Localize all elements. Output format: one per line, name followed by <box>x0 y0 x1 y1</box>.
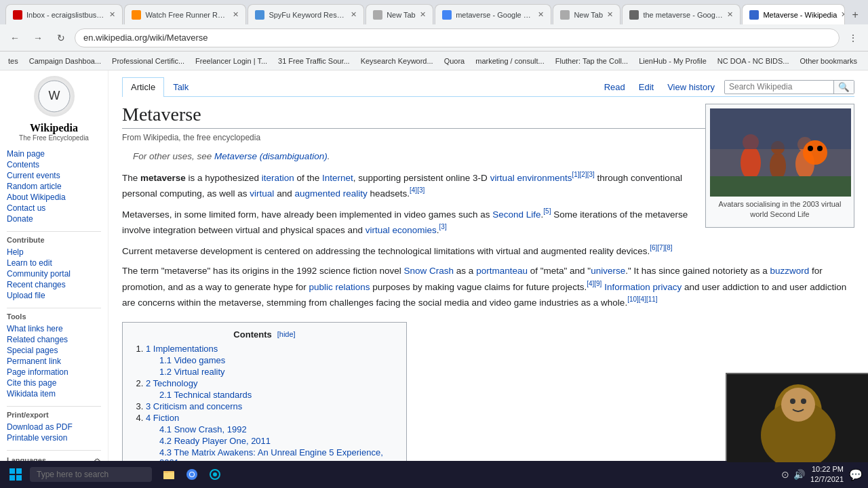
tab-close[interactable]: ✕ <box>420 10 426 19</box>
sidebar-item-permanent-link[interactable]: Permanent link <box>7 356 101 367</box>
tab-view-history[interactable]: View history <box>663 79 719 95</box>
toc-link-snow-crash[interactable]: 4.1 Snow Crash, 1992 <box>159 424 247 434</box>
bookmark-reading[interactable]: Reading list <box>865 56 868 66</box>
sidebar-item-printable-version[interactable]: Printable version <box>7 432 101 443</box>
sidebar-item-about-wikipedia[interactable]: About Wikipedia <box>7 192 101 203</box>
sidebar-item-recent-changes[interactable]: Recent changes <box>7 279 101 290</box>
ar-link[interactable]: augmented reality <box>294 188 367 198</box>
bookmark-professional[interactable]: Professional Certific... <box>109 56 187 66</box>
tab-google1[interactable]: metaverse - Google Sear... ✕ <box>435 4 551 24</box>
tab-spyfu[interactable]: SpyFu Keyword Research: ✕ <box>248 4 364 24</box>
second-life-link[interactable]: Second Life <box>492 209 540 219</box>
tab-talk[interactable]: Talk <box>164 77 197 96</box>
tab-inbox[interactable]: Inbox - ecraigslistbusines... ✕ <box>5 4 123 24</box>
bookmark-31traffic[interactable]: 31 Free Traffic Sour... <box>275 56 353 66</box>
tab-close[interactable]: ✕ <box>841 10 845 19</box>
sidebar-item-random-article[interactable]: Random article <box>7 181 101 192</box>
snow-crash-link[interactable]: Snow Crash <box>404 266 454 276</box>
tab-close[interactable]: ✕ <box>607 10 613 19</box>
internet-link[interactable]: Internet <box>322 172 353 182</box>
toc-link-technical-standards[interactable]: 2.1 Technical standards <box>159 390 252 400</box>
sidebar-item-learn-to-edit[interactable]: Learn to edit <box>7 258 101 268</box>
extensions-button[interactable]: ⋮ <box>844 28 863 47</box>
address-bar[interactable]: en.wikipedia.org/wiki/Metaverse <box>75 28 840 47</box>
sidebar-item-community-portal[interactable]: Community portal <box>7 268 101 279</box>
wiki-search-box: 🔍 <box>724 80 854 94</box>
sidebar-item-contents[interactable]: Contents <box>7 159 101 170</box>
tab-runner[interactable]: Watch Free Runner Runner... ✕ <box>124 4 246 24</box>
bookmark-ncdoa[interactable]: NC DOA - NC BIDS... <box>715 56 792 66</box>
svg-point-19 <box>790 399 795 404</box>
taskbar-chrome[interactable] <box>182 464 202 485</box>
tab-newtab1[interactable]: New Tab ✕ <box>366 4 433 24</box>
sidebar-tools-title: Tools <box>7 312 101 321</box>
public-relations-link[interactable]: public relations <box>309 281 370 291</box>
sidebar-item-what-links[interactable]: What links here <box>7 323 101 334</box>
sidebar-item-download-pdf[interactable]: Download as PDF <box>7 422 101 432</box>
portmanteau-link[interactable]: portmanteau <box>476 266 528 276</box>
toc-link-virtual-reality[interactable]: 1.2 Virtual reality <box>159 367 225 377</box>
toc-link-ready-player-one[interactable]: 4.2 Ready Player One, 2011 <box>159 436 271 446</box>
toc-link-criticism[interactable]: 3 Criticism and concerns <box>146 401 242 411</box>
back-button[interactable]: ← <box>5 28 24 47</box>
tab-close[interactable]: ✕ <box>351 10 357 19</box>
bookmark-fluther[interactable]: Fluther: Tap the Coll... <box>553 56 631 66</box>
tab-close[interactable]: ✕ <box>109 10 115 19</box>
sidebar-item-wikidata[interactable]: Wikidata item <box>7 388 101 399</box>
toc-link-video-games[interactable]: 1.1 Video games <box>159 355 225 365</box>
svg-point-20 <box>801 399 806 404</box>
hatnote-link[interactable]: Metaverse (disambiguation) <box>214 151 328 161</box>
buzzword-link[interactable]: buzzword <box>770 266 810 276</box>
bookmark-campaign[interactable]: Campaign Dashboa... <box>26 56 104 66</box>
universe-link[interactable]: universe <box>591 266 625 276</box>
toc-link-technology[interactable]: 2 Technology <box>146 378 197 388</box>
taskbar-cortana[interactable] <box>205 464 225 485</box>
toc-link-fiction[interactable]: 4 Fiction <box>146 413 179 423</box>
sidebar-item-page-information[interactable]: Page information <box>7 367 101 378</box>
sidebar-item-donate[interactable]: Donate <box>7 214 101 224</box>
virtual-economies-link[interactable]: virtual economies <box>366 224 437 235</box>
toc-item-3: 3 Criticism and concerns <box>146 401 397 411</box>
sidebar-item-cite-page[interactable]: Cite this page <box>7 378 101 388</box>
tab-article[interactable]: Article <box>122 77 164 97</box>
tab-wikipedia[interactable]: Metaverse - Wikipedia ✕ <box>742 4 845 24</box>
sidebar-item-contact-us[interactable]: Contact us <box>7 203 101 214</box>
new-tab-button[interactable]: + <box>848 5 863 24</box>
bookmark-tes[interactable]: tes <box>5 56 21 66</box>
sidebar-contribute: Contribute Help Learn to edit Community … <box>7 236 101 301</box>
tab-close[interactable]: ✕ <box>233 10 239 19</box>
windows-start-button[interactable] <box>5 464 26 485</box>
sidebar-item-main-page[interactable]: Main page <box>7 148 101 159</box>
tab-close[interactable]: ✕ <box>538 10 544 19</box>
virtual-link[interactable]: virtual <box>250 188 274 198</box>
forward-button[interactable]: → <box>28 28 47 47</box>
bookmark-keysearch[interactable]: Keysearch Keyword... <box>358 56 436 66</box>
tab-edit[interactable]: Edit <box>635 79 658 95</box>
info-privacy-link[interactable]: Information privacy <box>604 281 682 291</box>
wiki-search-input[interactable] <box>725 81 833 93</box>
virtual-env-link[interactable]: virtual environments <box>490 172 572 182</box>
toc-link-implementations[interactable]: 1 Implementations <box>146 344 218 354</box>
refresh-button[interactable]: ↻ <box>52 28 71 47</box>
bookmark-lienhub[interactable]: LienHub - My Profile <box>636 56 709 66</box>
notification-button[interactable]: 💬 <box>849 468 863 481</box>
taskbar-file-explorer[interactable] <box>159 464 179 485</box>
taskbar-search-input[interactable] <box>30 467 152 482</box>
bookmark-marketing[interactable]: marketing / consult... <box>473 56 547 66</box>
sidebar-item-special-pages[interactable]: Special pages <box>7 345 101 356</box>
tab-close[interactable]: ✕ <box>727 10 733 19</box>
iteration-link[interactable]: iteration <box>262 172 294 182</box>
sidebar-item-upload-file[interactable]: Upload file <box>7 290 101 301</box>
toc-hide-button[interactable]: [hide] <box>277 330 296 338</box>
sidebar-item-related-changes[interactable]: Related changes <box>7 334 101 345</box>
bookmark-quora[interactable]: Quora <box>441 56 468 66</box>
tab-read[interactable]: Read <box>600 79 629 95</box>
bookmark-other[interactable]: Other bookmarks <box>797 56 860 66</box>
wiki-tagline: The Free Encyclopedia <box>7 134 101 142</box>
tab-newtab2[interactable]: New Tab ✕ <box>553 4 620 24</box>
sidebar-item-help[interactable]: Help <box>7 247 101 258</box>
tab-google2[interactable]: the metaverse - Google S... ✕ <box>622 4 741 24</box>
sidebar-item-current-events[interactable]: Current events <box>7 170 101 181</box>
bookmark-freelancer[interactable]: Freelancer Login | T... <box>193 56 270 66</box>
wiki-search-button[interactable]: 🔍 <box>833 81 854 94</box>
